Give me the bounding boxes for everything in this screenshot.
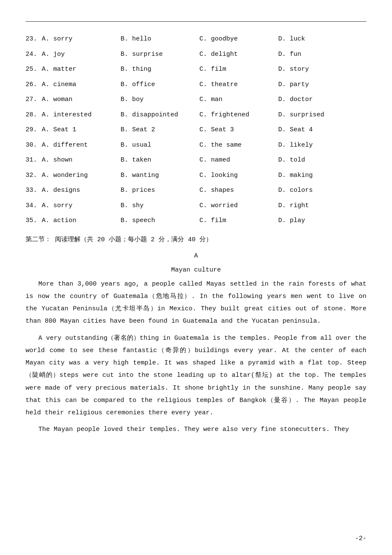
question-options: A. designsB. pricesC. shapesD. colors (42, 185, 366, 196)
question-option: A. Seat 1 (42, 124, 121, 136)
question-row: 31.A. shownB. takenC. namedD. told (26, 155, 366, 166)
question-option: B. disappointed (121, 110, 199, 121)
question-number: 24. (26, 49, 42, 60)
question-options: A. shownB. takenC. namedD. told (42, 155, 366, 166)
question-option: A. matter (42, 64, 121, 75)
question-option: B. taken (121, 155, 199, 166)
question-row: 35.A. actionB. speechC. filmD. play (26, 215, 366, 226)
question-option: C. delight (199, 49, 278, 60)
question-number: 23. (26, 34, 42, 45)
question-option: D. right (278, 200, 346, 211)
question-option: A. wondering (42, 170, 121, 181)
question-option: B. speech (121, 215, 199, 226)
question-option: C. goodbye (199, 34, 278, 45)
question-option: C. shapes (199, 185, 278, 196)
question-option: C. theatre (199, 79, 278, 90)
question-row: 25.A. matterB. thingC. filmD. story (26, 64, 366, 75)
question-options: A. sorryB. helloC. goodbyeD. luck (42, 34, 366, 45)
question-option: D. surprised (278, 110, 346, 121)
question-option: D. play (278, 215, 346, 226)
question-number: 25. (26, 64, 42, 75)
question-option: D. colors (278, 185, 346, 196)
question-options: A. actionB. speechC. filmD. play (42, 215, 366, 226)
question-number: 30. (26, 140, 42, 151)
question-row: 33.A. designsB. pricesC. shapesD. colors (26, 185, 366, 196)
question-options: A. cinemaB. officeC. theatreD. party (42, 79, 366, 90)
question-row: 32.A. wonderingB. wantingC. lookingD. ma… (26, 170, 366, 181)
question-number: 31. (26, 155, 42, 166)
question-number: 35. (26, 215, 42, 226)
question-options: A. womanB. boyC. manD. doctor (42, 94, 366, 105)
question-option: A. designs (42, 185, 121, 196)
question-option: A. woman (42, 94, 121, 105)
question-option: C. named (199, 155, 278, 166)
question-number: 29. (26, 124, 42, 136)
question-row: 27.A. womanB. boyC. manD. doctor (26, 94, 366, 105)
question-option: B. hello (121, 34, 199, 45)
question-option: A. interested (42, 110, 121, 121)
question-number: 34. (26, 200, 42, 211)
question-number: 26. (26, 79, 42, 90)
question-option: A. shown (42, 155, 121, 166)
question-row: 34.A. sorryB. shyC. worriedD. right (26, 200, 366, 211)
question-number: 32. (26, 170, 42, 181)
question-option: A. sorry (42, 200, 121, 211)
question-number: 28. (26, 110, 42, 121)
question-number: 33. (26, 185, 42, 196)
question-options: A. wonderingB. wantingC. lookingD. makin… (42, 170, 366, 181)
question-options: A. interestedB. disappointedC. frightene… (42, 110, 366, 121)
question-option: C. worried (199, 200, 278, 211)
question-option: B. Seat 2 (121, 124, 199, 136)
question-row: 30.A. differentB. usualC. the sameD. lik… (26, 140, 366, 151)
passage-paragraph: A very outstanding（著名的）thing in Guatemal… (26, 332, 366, 419)
question-option: C. the same (199, 140, 278, 151)
top-divider (26, 21, 366, 22)
question-option: A. action (42, 215, 121, 226)
question-option: A. cinema (42, 79, 121, 90)
question-option: D. doctor (278, 94, 346, 105)
question-option: A. joy (42, 49, 121, 60)
question-option: D. told (278, 155, 346, 166)
question-option: D. Seat 4 (278, 124, 346, 136)
question-option: B. shy (121, 200, 199, 211)
question-option: B. office (121, 79, 199, 90)
questions-section: 23.A. sorryB. helloC. goodbyeD. luck24.A… (26, 34, 366, 226)
question-options: A. matterB. thingC. filmD. story (42, 64, 366, 75)
question-row: 28.A. interestedB. disappointedC. fright… (26, 110, 366, 121)
question-row: 23.A. sorryB. helloC. goodbyeD. luck (26, 34, 366, 45)
question-option: D. likely (278, 140, 346, 151)
question-row: 29.A. Seat 1B. Seat 2C. Seat 3D. Seat 4 (26, 124, 366, 136)
passage-title: Mayan culture (26, 266, 366, 274)
question-option: C. film (199, 215, 278, 226)
question-option: B. usual (121, 140, 199, 151)
passage-section-letter: A (26, 252, 366, 260)
question-option: C. film (199, 64, 278, 75)
question-number: 27. (26, 94, 42, 105)
page-number: -2- (355, 535, 366, 542)
passage-paragraph: More than 3,000 years ago, a people call… (26, 278, 366, 328)
question-option: C. man (199, 94, 278, 105)
question-options: A. joyB. surpriseC. delightD. fun (42, 49, 366, 60)
question-option: D. story (278, 64, 346, 75)
passage-section: More than 3,000 years ago, a people call… (26, 278, 366, 436)
question-option: A. sorry (42, 34, 121, 45)
section-label: 第二节： 阅读理解（共 20 小题；每小题 2 分，满分 40 分） (26, 234, 366, 246)
question-option: D. fun (278, 49, 346, 60)
question-option: A. different (42, 140, 121, 151)
question-option: B. prices (121, 185, 199, 196)
question-option: C. Seat 3 (199, 124, 278, 136)
question-option: D. party (278, 79, 346, 90)
question-option: C. looking (199, 170, 278, 181)
question-row: 24.A. joyB. surpriseC. delightD. fun (26, 49, 366, 60)
question-option: B. wanting (121, 170, 199, 181)
question-option: B. thing (121, 64, 199, 75)
question-row: 26.A. cinemaB. officeC. theatreD. party (26, 79, 366, 90)
question-option: D. making (278, 170, 346, 181)
passage-paragraph: The Mayan people loved their temples. Th… (26, 423, 366, 436)
question-options: A. sorryB. shyC. worriedD. right (42, 200, 366, 211)
question-option: D. luck (278, 34, 346, 45)
question-option: B. surprise (121, 49, 199, 60)
question-option: C. frightened (199, 110, 278, 121)
question-options: A. differentB. usualC. the sameD. likely (42, 140, 366, 151)
question-option: B. boy (121, 94, 199, 105)
